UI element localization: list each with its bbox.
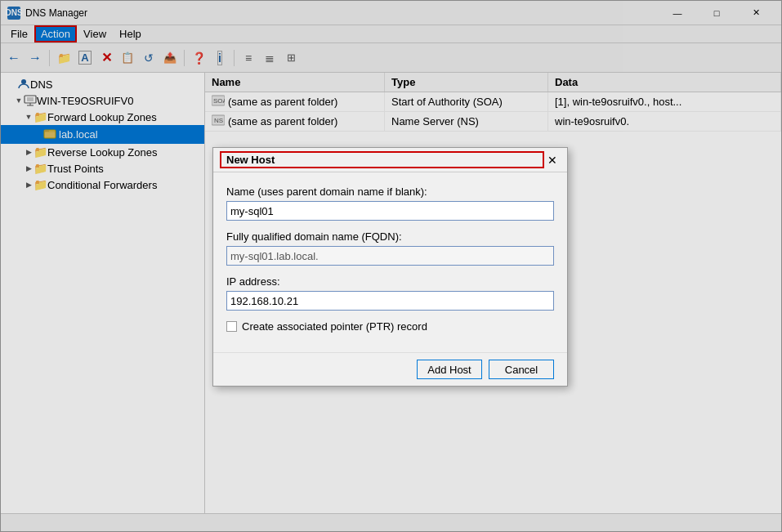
fqdn-field-group: Fully qualified domain name (FQDN):: [226, 230, 554, 266]
name-input[interactable]: [226, 201, 554, 221]
ip-field-group: IP address:: [226, 275, 554, 311]
ptr-label: Create associated pointer (PTR) record: [242, 320, 427, 333]
ip-label: IP address:: [226, 275, 554, 288]
fqdn-input: [226, 246, 554, 266]
ptr-checkbox-row: Create associated pointer (PTR) record: [226, 320, 554, 333]
dialog-footer: Add Host Cancel: [213, 352, 567, 386]
fqdn-label: Fully qualified domain name (FQDN):: [226, 230, 554, 243]
add-host-button[interactable]: Add Host: [417, 360, 482, 379]
ptr-checkbox[interactable]: [226, 321, 237, 332]
name-label: Name (uses parent domain name if blank):: [226, 186, 554, 198]
new-host-dialog: New Host ✕ Name (uses parent domain name…: [212, 147, 568, 387]
dialog-overlay: New Host ✕ Name (uses parent domain name…: [0, 0, 782, 532]
dialog-close-button[interactable]: ✕: [544, 152, 561, 168]
cancel-button[interactable]: Cancel: [489, 360, 554, 379]
dialog-title: New Host: [220, 151, 544, 168]
dialog-titlebar: New Host ✕: [213, 148, 567, 172]
dialog-body: Name (uses parent domain name if blank):…: [213, 172, 567, 352]
ip-input[interactable]: [226, 291, 554, 311]
name-field-group: Name (uses parent domain name if blank):: [226, 186, 554, 221]
